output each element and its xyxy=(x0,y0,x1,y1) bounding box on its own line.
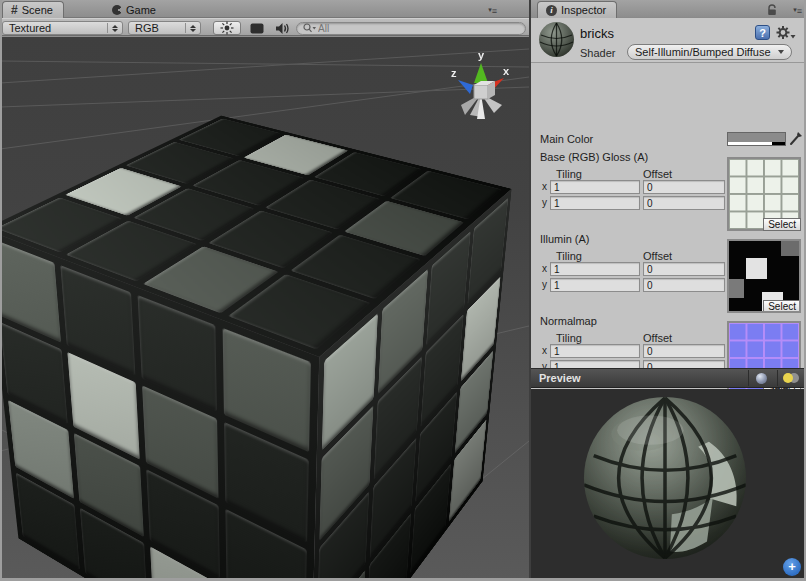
dropdown-arrows-icon xyxy=(107,23,118,33)
gizmo-y-label: y xyxy=(478,49,485,61)
illumin-square xyxy=(781,241,801,256)
tiling-header: Tiling xyxy=(556,332,582,344)
material-preview-thumbnail xyxy=(539,22,574,57)
scene-lighting-toggle[interactable] xyxy=(213,21,241,35)
inspector-tabstrip: i Inspector ▾≡ xyxy=(531,0,806,18)
scene-grid-icon: # xyxy=(11,5,18,15)
inspector-body: Main Color Base (RGB) Gloss (A) Tiling O… xyxy=(531,63,806,368)
eyedropper-icon[interactable] xyxy=(789,130,804,146)
preview-header[interactable]: Preview xyxy=(531,368,806,388)
gizmo-y-cone xyxy=(474,63,488,83)
base-map-section: Base (RGB) Gloss (A) Tiling Offset x y S… xyxy=(531,151,806,233)
image-icon xyxy=(250,23,264,34)
tiling-x-input[interactable] xyxy=(550,344,640,358)
tab-scene-label: Scene xyxy=(22,4,53,16)
tiling-header: Tiling xyxy=(556,168,582,180)
gear-icon[interactable] xyxy=(776,25,796,40)
tiling-x-input[interactable] xyxy=(550,180,640,194)
preview-lighting-button[interactable] xyxy=(777,370,803,386)
offset-y-input[interactable] xyxy=(643,196,725,210)
scene-toolbar: Textured RGB xyxy=(0,18,529,36)
illumin-square xyxy=(746,258,767,279)
alpha-bar xyxy=(728,142,785,145)
illumin-map-section: Illumin (A) Tiling Offset x y xyxy=(531,233,806,315)
scene-axis-gizmo[interactable]: y x z xyxy=(448,47,514,129)
map-label: Normalmap xyxy=(540,315,597,327)
offset-header: Offset xyxy=(643,250,672,262)
axis-x-label: x xyxy=(542,181,547,192)
offset-x-input[interactable] xyxy=(643,180,725,194)
axis-y-label: y xyxy=(542,279,547,290)
map-label: Illumin (A) xyxy=(540,233,590,245)
lighting-dots-icon xyxy=(783,373,799,383)
gizmo-x-label: x xyxy=(503,65,510,77)
axis-y-label: y xyxy=(542,197,547,208)
unity-editor-window: # Scene Game ▾≡ Textured RGB xyxy=(0,0,806,581)
search-input[interactable] xyxy=(318,23,519,34)
inspector-pane-menu-icon[interactable]: ▾≡ xyxy=(782,4,802,16)
dropdown-arrows-icon xyxy=(185,23,196,33)
select-texture-button[interactable]: Select xyxy=(763,300,801,313)
tab-game[interactable]: Game xyxy=(104,1,166,18)
help-icon[interactable]: ? xyxy=(755,25,770,40)
shader-dropdown[interactable]: Self-Illumin/Bumped Diffuse xyxy=(627,44,792,60)
offset-header: Offset xyxy=(643,332,672,344)
tiling-y-input[interactable] xyxy=(550,278,640,292)
lock-icon[interactable] xyxy=(766,4,778,16)
main-color-label: Main Color xyxy=(540,133,593,145)
tiling-header: Tiling xyxy=(556,250,582,262)
scene-audio-toggle[interactable] xyxy=(270,21,294,35)
offset-header: Offset xyxy=(643,168,672,180)
search-icon xyxy=(303,23,316,33)
scene-viewport[interactable]: y x z xyxy=(0,37,529,581)
offset-x-input[interactable] xyxy=(643,344,725,358)
axis-x-label: x xyxy=(542,345,547,356)
tiling-y-input[interactable] xyxy=(550,196,640,210)
preview-title: Preview xyxy=(539,372,748,384)
select-texture-button[interactable]: Select xyxy=(763,218,801,231)
illumin-texture-thumbnail[interactable]: Select xyxy=(727,239,801,313)
material-name: bricks xyxy=(580,26,614,41)
shader-label: Shader xyxy=(580,47,615,59)
scene-panel: # Scene Game ▾≡ Textured RGB xyxy=(0,0,529,581)
material-header: bricks Shader Self-Illumin/Bumped Diffus… xyxy=(531,18,806,63)
shader-value: Self-Illumin/Bumped Diffuse xyxy=(635,46,778,58)
scene-tabstrip: # Scene Game ▾≡ xyxy=(0,0,529,18)
tab-scene[interactable]: # Scene xyxy=(2,1,64,18)
speaker-icon xyxy=(275,22,290,35)
gizmo-z-label: z xyxy=(451,67,457,79)
base-texture-thumbnail[interactable]: Select xyxy=(727,157,801,231)
render-mode-dropdown[interactable]: Textured xyxy=(2,21,123,35)
panel-splitter[interactable] xyxy=(529,0,531,581)
preview-panel: Preview xyxy=(531,368,806,581)
tiling-x-input[interactable] xyxy=(550,262,640,276)
offset-x-input[interactable] xyxy=(643,262,725,276)
gizmo-center-cube xyxy=(474,85,488,99)
illumin-square xyxy=(729,279,744,298)
scene-skybox-toggle[interactable] xyxy=(245,21,269,35)
scene-pane-menu-icon[interactable]: ▾≡ xyxy=(477,4,497,16)
color-mode-dropdown[interactable]: RGB xyxy=(128,21,201,35)
sphere-icon xyxy=(756,373,767,384)
inspector-panel: i Inspector ▾≡ xyxy=(531,0,806,581)
tab-game-label: Game xyxy=(126,4,156,16)
axis-x-label: x xyxy=(542,263,547,274)
tab-inspector[interactable]: i Inspector xyxy=(537,1,617,18)
preview-area[interactable]: + xyxy=(531,389,806,581)
info-icon: i xyxy=(546,5,557,16)
chevron-down-icon xyxy=(778,50,784,54)
offset-y-input[interactable] xyxy=(643,278,725,292)
main-color-swatch[interactable] xyxy=(727,132,786,146)
preview-model-button[interactable] xyxy=(748,370,774,386)
render-mode-value: Textured xyxy=(9,22,101,34)
sun-icon xyxy=(220,21,234,35)
gizmo-z-cone xyxy=(458,80,473,94)
scene-search-field[interactable] xyxy=(296,22,526,35)
game-icon xyxy=(112,5,122,15)
preview-sphere xyxy=(582,395,748,561)
preview-add-button[interactable]: + xyxy=(783,558,801,576)
tab-inspector-label: Inspector xyxy=(561,4,606,16)
map-label: Base (RGB) Gloss (A) xyxy=(540,151,648,163)
color-mode-value: RGB xyxy=(135,22,179,34)
